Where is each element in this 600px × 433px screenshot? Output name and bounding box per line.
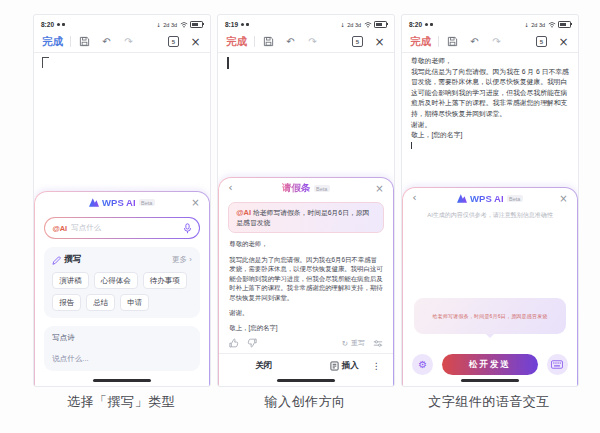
toolbar-divider [70,36,71,47]
status-time: 8:20 [41,21,54,28]
refresh-icon: ↻ [342,339,348,348]
quick-prompt-poem[interactable]: 写点诗 [52,333,191,343]
download-arrow-icon: ↓ [340,22,345,28]
toolbar-border [218,52,394,53]
back-button[interactable]: ‹ [412,191,416,204]
rewrite-button[interactable]: 重写 [351,338,365,348]
doc-line: 我写此信是为了向您请假。因为我在 6 月 6 日不幸感冒发烧，需要卧床休息，以便… [411,67,570,120]
phone-screenshot-voice: 8:20 ↓ 2d 3d 完成 ↶ ↷ 5 × 尊敬的老师， 我写此信是为了向您… [401,14,579,387]
ai-prompt-input[interactable]: @AI 写点什么 [44,217,199,239]
notification-dot-icon [241,23,244,26]
home-indicator[interactable] [277,379,335,383]
status-bar: 8:19 ↓ 2d 3d [218,15,394,31]
toolbar-border [402,52,578,53]
undo-button[interactable]: ↶ [468,35,481,49]
editor-toolbar: 完成 ↶ ↷ 5 × [218,31,394,52]
battery-icon [190,21,203,29]
network-label: 2d 3d [347,22,361,28]
notification-dot-icon [246,23,249,26]
doc-line: 敬上，[您的名字] [411,130,570,141]
adjust-sliders-icon[interactable] [373,339,383,348]
at-ai-tag: @AI [236,208,251,217]
chip-application[interactable]: 申请 [120,294,149,311]
voice-controls: ⚙ 松开发送 [412,354,567,375]
pages-button[interactable]: 5 [535,35,548,49]
leave-note-dialog: ‹ 请假条 Beta × @AI 给老师写请假条，时间是6月6日，原因是感冒发烧… [218,177,394,386]
page-count-icon: 5 [352,36,363,47]
back-button[interactable]: ‹ [228,181,232,194]
compose-chip-list: 演讲稿 心得体会 待办事项 报告 总结 申请 [52,272,191,311]
editor-toolbar: 完成 ↶ ↷ 5 × [402,31,578,52]
page-count-icon: 5 [168,36,179,47]
close-editor-button[interactable]: × [373,35,386,49]
network-label: 2d 3d [163,22,177,28]
done-button[interactable]: 完成 [226,35,247,49]
redo-button[interactable]: ↷ [306,35,319,49]
quick-prompt-say[interactable]: 说点什么... [52,354,191,364]
release-to-send-button[interactable]: 松开发送 [442,354,537,375]
close-dialog-button[interactable]: × [375,183,383,194]
toolbar-divider [254,36,255,47]
gear-icon: ⚙ [418,359,427,370]
toolbar-border [34,52,210,53]
battery-icon [558,21,571,29]
letter-line: 我写此信是为了向您请假。因为我在6月6日不幸感冒发烧，需要卧床休息，以便尽快恢复… [229,255,382,302]
brand-title: WPS AI [470,193,503,204]
save-button[interactable] [262,35,275,49]
beta-badge: Beta [314,185,330,192]
more-options-button[interactable]: ⋮ [372,361,381,371]
notification-dot-icon [430,23,433,26]
pages-button[interactable]: 5 [167,35,180,49]
save-button[interactable] [446,35,459,49]
settings-button[interactable]: ⚙ [412,354,433,375]
undo-button[interactable]: ↶ [284,35,297,49]
close-button[interactable]: 关闭 [255,360,272,372]
phone-screenshot-generate: 8:19 ↓ 2d 3d 完成 ↶ ↷ 5 × ‹ 请假条 Beta [217,14,395,387]
feedback-row: ↻ 重写 [219,336,392,353]
pages-button[interactable]: 5 [351,35,364,49]
redo-button[interactable]: ↷ [490,35,503,49]
letter-line: 尊敬的老师， [229,239,382,248]
close-editor-button[interactable]: × [189,35,202,49]
close-editor-button[interactable]: × [557,35,570,49]
save-icon [447,36,458,47]
text-cursor [42,57,49,68]
notification-dot-icon [57,23,60,26]
chip-todo[interactable]: 待办事项 [143,272,187,289]
document-text[interactable]: 尊敬的老师， 我写此信是为了向您请假。因为我在 6 月 6 日不幸感冒发烧，需要… [411,56,570,151]
thumbs-up-icon[interactable] [229,338,239,348]
text-cursor [227,57,229,69]
home-indicator[interactable] [93,379,151,383]
chip-reflection[interactable]: 心得体会 [94,272,138,289]
battery-icon [374,21,387,29]
transcript-text: 给老师写请假条，时间是6月6日，原因是感冒发烧 [424,313,555,319]
insert-button[interactable]: 插入 [330,360,359,372]
chip-summary[interactable]: 总结 [86,294,115,311]
page-count-icon: 5 [536,36,547,47]
thumbs-down-icon[interactable] [247,338,257,348]
more-link[interactable]: 更多 › [172,255,192,265]
home-indicator[interactable] [461,379,519,383]
microphone-icon[interactable] [183,223,192,234]
beta-badge: Beta [507,195,523,202]
toolbar-divider [438,36,439,47]
phone-screenshot-compose: 8:20 ↓ 2d 3d 完成 ↶ ↷ 5 × [33,14,211,387]
wifi-icon [548,21,556,28]
save-button[interactable] [78,35,91,49]
wifi-icon [364,21,372,28]
ai-sheet-header: WPS AI Beta × [35,192,208,213]
chip-speech[interactable]: 演讲稿 [52,272,89,289]
ai-disclaimer: AI生成的内容仅供参考，请注意甄别信息准确性 [403,211,576,220]
keyboard-button[interactable] [547,354,568,375]
voice-sheet-header: ‹ WPS AI Beta × [403,188,576,209]
close-sheet-button[interactable]: × [191,197,199,208]
chip-report[interactable]: 报告 [52,294,81,311]
insert-label: 插入 [342,360,359,372]
close-sheet-button[interactable]: × [559,193,567,204]
done-button[interactable]: 完成 [410,35,431,49]
status-bar: 8:20 ↓ 2d 3d [34,15,210,31]
done-button[interactable]: 完成 [42,35,63,49]
undo-button[interactable]: ↶ [100,35,113,49]
notification-dot-icon [425,23,428,26]
redo-button[interactable]: ↷ [122,35,135,49]
